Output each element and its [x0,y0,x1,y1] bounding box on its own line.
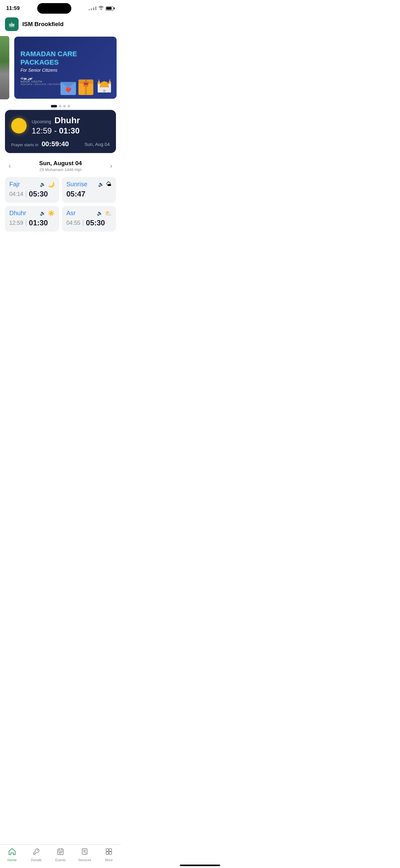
noor-arabic-text: نور يوث [21,76,32,80]
banner-subtitle: For Senior Citizens [21,68,112,73]
sunrise-label: Sunrise [66,181,88,188]
svg-point-2 [11,23,12,24]
prayer-cell-sunrise[interactable]: Sunrise 🔉 🌤 05:47 [62,177,116,203]
asr-sound-icon[interactable]: 🔉 [97,210,103,216]
gift-icon: 🎀 [78,80,93,95]
gregorian-date: Sun, August 04 [39,160,82,167]
prayer-grid: Fajr 🔉 🌙 04:14 05:30 Sunrise 🔉 🌤 [0,175,121,234]
carousel-dot-3[interactable] [63,105,66,107]
svg-rect-12 [103,89,106,93]
envelope-icon: ❤️ [61,82,76,95]
prayer-starts-label: Prayer starts in [11,143,38,147]
dhuhr-iqama: 01:30 [29,219,48,227]
sunrise-sound-icon[interactable]: 🔉 [98,181,104,187]
dhuhr-label: Dhuhr [9,210,26,217]
iqama-time: 01:30 [59,126,80,135]
noor-youth-logo: نور يوث NOOR YOUTH INNOVATE • EDUCATE • … [21,76,61,85]
asr-adhan: 04:55 [66,220,80,226]
wifi-icon [98,6,104,11]
asr-divider [83,219,84,226]
carousel-peek [0,36,9,99]
fajr-sound-icon[interactable]: 🔉 [40,181,46,187]
status-time: 11:59 [6,5,20,11]
fajr-adhan: 04:14 [9,191,23,197]
prayer-card-top: Upcoming Dhuhr 12:59 - 01:30 [11,116,110,136]
dhuhr-adhan: 12:59 [9,220,23,226]
asr-label: Asr [66,210,76,217]
svg-point-6 [98,81,100,84]
time-separator: - [54,126,59,135]
prayer-card-date: Sun, Aug 04 [84,142,110,147]
hijri-date: 29 Muharram 1446 Hijri [39,167,82,172]
fajr-divider [26,191,26,197]
asr-weather-icon: ⛅ [105,210,112,217]
signal-icon [89,6,96,10]
date-navigation: ‹ Sun, August 04 29 Muharram 1446 Hijri … [0,156,121,175]
status-bar: 11:59 [0,0,121,15]
prayer-name: Dhuhr [54,116,80,125]
svg-point-9 [108,81,111,84]
app-header: ISM ISM Brookfield [0,15,121,34]
carousel-dots [0,105,121,107]
dhuhr-divider [26,219,26,226]
carousel-dot-2[interactable] [59,105,61,107]
fajr-label: Fajr [9,181,20,188]
carousel-main-slide: RAMADAN CARE PACKAGES For Senior Citizen… [14,37,116,99]
next-date-button[interactable]: › [108,161,115,172]
prayer-countdown: 00:59:40 [41,140,69,148]
asr-iqama: 05:30 [86,219,105,227]
prayer-times: 12:59 - 01:30 [32,126,110,136]
adhan-time: 12:59 [32,126,52,135]
app-logo: ISM [5,18,19,31]
noor-english-text: NOOR YOUTH [21,80,42,83]
prev-date-button[interactable]: ‹ [6,161,13,172]
app-title: ISM Brookfield [22,21,64,28]
dhuhr-weather-icon: ☀️ [48,210,55,217]
banner-content: RAMADAN CARE PACKAGES For Senior Citizen… [14,37,116,99]
prayer-info: Upcoming Dhuhr 12:59 - 01:30 [32,116,110,136]
carousel-dot-4[interactable] [68,105,70,107]
prayer-cell-asr[interactable]: Asr 🔉 ⛅ 04:55 05:30 [62,206,116,231]
banner-title: RAMADAN CARE PACKAGES [21,50,112,66]
dhuhr-sound-icon[interactable]: 🔉 [40,210,46,216]
mosque-icon [96,76,113,95]
carousel[interactable]: RAMADAN CARE PACKAGES For Senior Citizen… [0,34,121,102]
date-display: Sun, August 04 29 Muharram 1446 Hijri [39,160,82,172]
banner-icons: ❤️ 🎀 [61,76,113,95]
sunrise-weather-icon: 🌤 [106,181,112,187]
battery-icon [106,6,115,10]
sunrise-time: 05:47 [66,190,85,198]
noor-tagline: INNOVATE • EDUCATE • MOTIVATE [21,83,61,85]
fajr-iqama: 05:30 [29,190,48,198]
dynamic-island [37,3,71,14]
carousel-dot-1[interactable] [51,105,57,107]
prayer-cell-fajr[interactable]: Fajr 🔉 🌙 04:14 05:30 [5,177,59,203]
upcoming-label: Upcoming [32,119,51,124]
sun-icon [11,118,27,133]
fajr-weather-icon: 🌙 [48,181,55,188]
prayer-card: Upcoming Dhuhr 12:59 - 01:30 Prayer star… [5,110,116,153]
status-icons [89,6,115,11]
prayer-card-bottom: Prayer starts in 00:59:40 Sun, Aug 04 [11,140,110,148]
prayer-cell-dhuhr[interactable]: Dhuhr 🔉 ☀️ 12:59 01:30 [5,206,59,231]
